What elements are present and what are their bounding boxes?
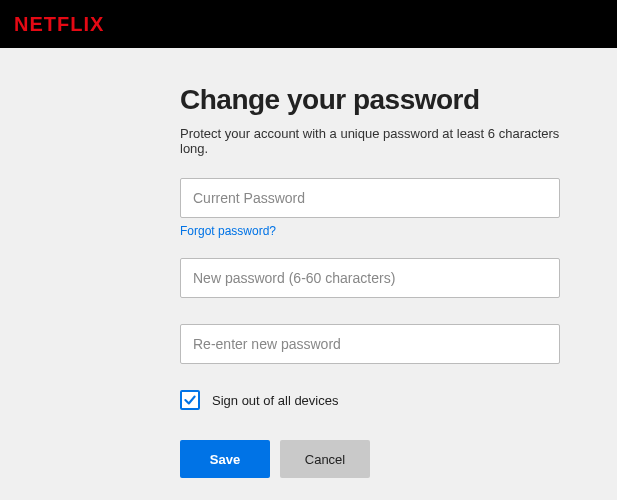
save-button[interactable]: Save <box>180 440 270 478</box>
button-row: Save Cancel <box>180 440 581 478</box>
netflix-logo: NETFLIX <box>14 13 104 36</box>
checkmark-icon <box>183 393 197 407</box>
page-title: Change your password <box>180 84 581 116</box>
forgot-password-link[interactable]: Forgot password? <box>180 224 276 238</box>
signout-checkbox-label: Sign out of all devices <box>212 393 338 408</box>
current-password-block <box>180 178 581 218</box>
confirm-password-block <box>180 324 581 364</box>
new-password-input[interactable] <box>180 258 560 298</box>
confirm-password-input[interactable] <box>180 324 560 364</box>
new-password-block <box>180 258 581 298</box>
cancel-button[interactable]: Cancel <box>280 440 370 478</box>
signout-checkbox-row: Sign out of all devices <box>180 390 581 410</box>
page-subtitle: Protect your account with a unique passw… <box>180 126 581 156</box>
app-header: NETFLIX <box>0 0 617 48</box>
signout-checkbox[interactable] <box>180 390 200 410</box>
page-content: Change your password Protect your accoun… <box>0 48 617 478</box>
current-password-input[interactable] <box>180 178 560 218</box>
